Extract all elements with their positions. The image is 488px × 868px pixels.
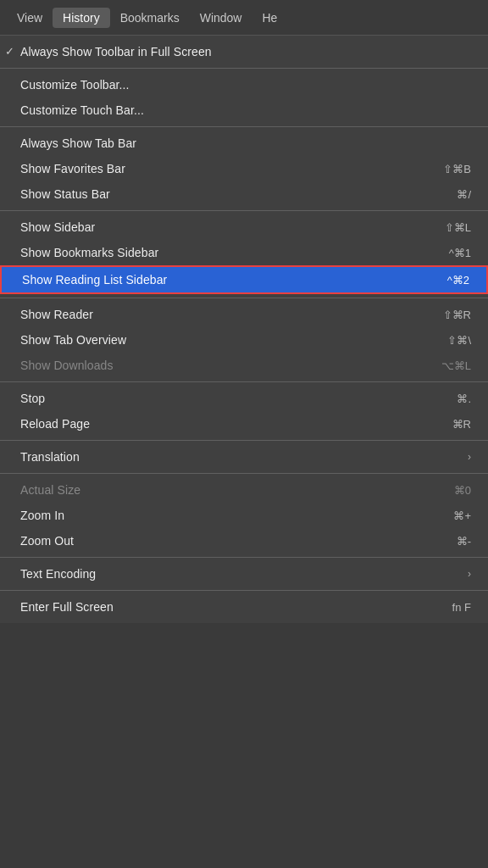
menu-item-text-encoding[interactable]: Text Encoding › — [0, 561, 488, 587]
view-dropdown-menu: Always Show Toolbar in Full Screen Custo… — [0, 36, 488, 623]
menu-item-actual-size: Actual Size ⌘0 — [0, 477, 488, 503]
menu-bar-history[interactable]: History — [53, 8, 110, 28]
separator-8 — [0, 557, 488, 558]
menu-item-zoom-in[interactable]: Zoom In ⌘+ — [0, 503, 488, 528]
chevron-right-icon: › — [468, 451, 471, 463]
separator-7 — [0, 473, 488, 474]
menu-item-customize-touchbar[interactable]: Customize Touch Bar... — [0, 97, 488, 123]
menu-item-zoom-out[interactable]: Zoom Out ⌘- — [0, 528, 488, 554]
separator-1 — [0, 68, 488, 69]
menu-item-show-reading-list-sidebar[interactable]: Show Reading List Sidebar ^⌘2 — [0, 265, 488, 294]
separator-5 — [0, 381, 488, 382]
separator-4 — [0, 298, 488, 298]
separator-2 — [0, 126, 488, 127]
menu-item-show-downloads: Show Downloads ⌥⌘L — [0, 353, 488, 378]
menu-item-show-status-bar[interactable]: Show Status Bar ⌘/ — [0, 181, 488, 207]
separator-6 — [0, 440, 488, 441]
menu-bar-window[interactable]: Window — [190, 8, 252, 28]
separator-9 — [0, 590, 488, 591]
menu-item-show-tab-overview[interactable]: Show Tab Overview ⇧⌘\ — [0, 327, 488, 353]
menu-bar-bookmarks[interactable]: Bookmarks — [110, 8, 190, 28]
menu-item-always-show-tab-bar[interactable]: Always Show Tab Bar — [0, 131, 488, 156]
menu-item-show-reader[interactable]: Show Reader ⇧⌘R — [0, 302, 488, 327]
menu-item-stop[interactable]: Stop ⌘. — [0, 386, 488, 411]
menu-item-show-sidebar[interactable]: Show Sidebar ⇧⌘L — [0, 214, 488, 240]
menu-bar-help[interactable]: He — [252, 8, 287, 28]
chevron-right-icon-2: › — [468, 568, 471, 580]
menu-bar: View History Bookmarks Window He — [0, 0, 488, 36]
menu-item-show-favorites-bar[interactable]: Show Favorites Bar ⇧⌘B — [0, 156, 488, 181]
menu-item-always-show-toolbar[interactable]: Always Show Toolbar in Full Screen — [0, 39, 488, 64]
separator-3 — [0, 210, 488, 211]
menu-bar-view[interactable]: View — [7, 8, 53, 28]
menu-item-enter-full-screen[interactable]: Enter Full Screen fn F — [0, 594, 488, 620]
menu-item-customize-toolbar[interactable]: Customize Toolbar... — [0, 72, 488, 97]
menu-item-reload-page[interactable]: Reload Page ⌘R — [0, 411, 488, 437]
menu-item-translation[interactable]: Translation › — [0, 444, 488, 470]
menu-item-show-bookmarks-sidebar[interactable]: Show Bookmarks Sidebar ^⌘1 — [0, 240, 488, 265]
